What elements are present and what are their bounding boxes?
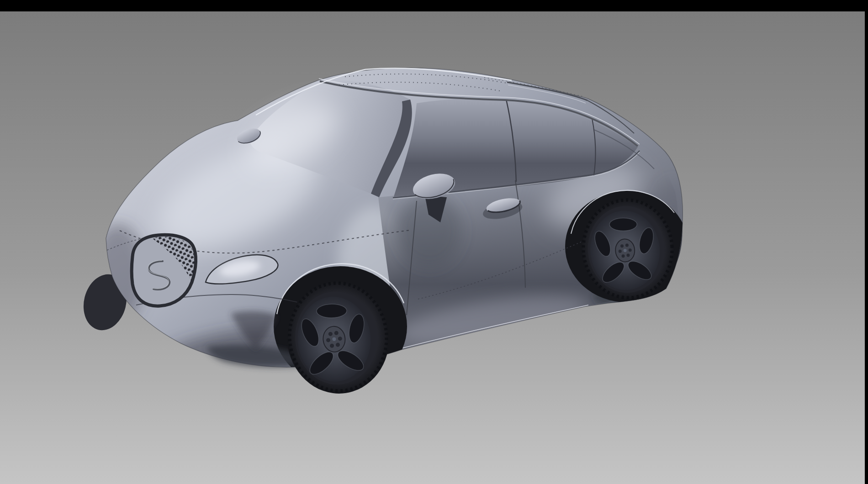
3d-viewport[interactable] [0,11,865,484]
letterbox-right-bar [865,0,868,484]
cad-application-window [0,0,868,484]
letterbox-top-bar [0,0,868,11]
car-render [0,11,865,484]
